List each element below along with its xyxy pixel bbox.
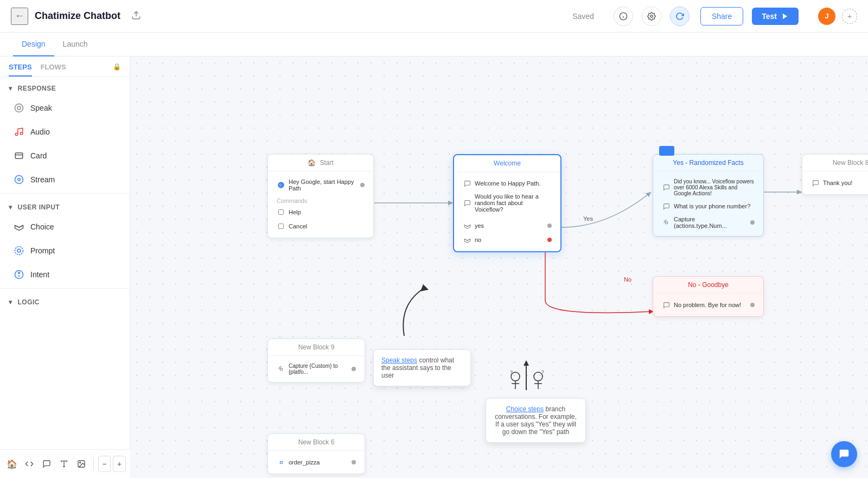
section-user-input[interactable]: User Input xyxy=(0,196,130,214)
canvas[interactable]: Yes No 🏠 Start G Hey Google, start Happy… xyxy=(130,56,868,478)
card-icon xyxy=(13,150,25,162)
welcome-msg1-row[interactable]: Welcome to Happy Path. xyxy=(459,176,555,190)
settings-button[interactable] xyxy=(642,7,661,26)
sidebar-scroll: Response Speak Audio Card xyxy=(0,77,130,478)
upload-icon[interactable] xyxy=(131,10,141,22)
welcome-yes-row[interactable]: yes xyxy=(459,219,555,233)
no-bye-row[interactable]: No problem. Bye for now! xyxy=(659,298,758,312)
lock-icon: 🔒 xyxy=(113,63,121,77)
code-tool-button[interactable] xyxy=(22,454,37,474)
yes-block-content: Did you know... Voiceflow powers over 60… xyxy=(653,171,763,236)
svg-point-17 xyxy=(18,272,20,274)
svg-point-6 xyxy=(15,104,23,112)
svg-text:Yes: Yes xyxy=(583,215,593,222)
svg-point-29 xyxy=(280,368,282,370)
new-block-6-content: order_pizza xyxy=(268,451,365,474)
sidebar-tabs: STEPS FLOWS 🔒 xyxy=(0,56,130,77)
sidebar-item-audio[interactable]: Audio xyxy=(4,120,125,143)
sidebar-item-choice[interactable]: Choice xyxy=(4,215,125,238)
speak-icon xyxy=(13,102,25,114)
commands-label: Commands xyxy=(273,194,368,205)
prompt-icon xyxy=(13,245,25,257)
svg-point-9 xyxy=(20,132,23,135)
yes-block: Yes - Randomized Facts Did you know... V… xyxy=(653,154,764,237)
new-block-9: New Block 9 Capture {Custom} to {platfo.… xyxy=(267,339,365,383)
section-logic[interactable]: Logic xyxy=(0,291,130,309)
toolbar-divider xyxy=(93,457,94,470)
cancel-icon xyxy=(277,222,285,231)
share-button[interactable]: Share xyxy=(700,7,743,26)
svg-point-7 xyxy=(17,106,21,110)
welcome-block-header: Welcome xyxy=(454,155,560,172)
thank-icon xyxy=(811,179,820,187)
choice-tip-link[interactable]: Choice steps xyxy=(506,405,544,413)
welcome-no-row[interactable]: no xyxy=(459,233,555,247)
zoom-in-button[interactable]: + xyxy=(113,456,126,472)
help-cmd-row[interactable]: Help xyxy=(273,205,368,219)
svg-text:?: ? xyxy=(510,369,513,375)
svg-marker-5 xyxy=(783,13,787,19)
help-icon xyxy=(277,208,285,216)
start-block: 🏠 Start G Hey Google, start Happy Path C… xyxy=(267,154,374,238)
avatar[interactable]: J xyxy=(818,8,835,25)
section-response[interactable]: Response xyxy=(0,77,130,95)
sidebar: STEPS FLOWS 🔒 Response Speak A xyxy=(0,56,130,478)
svg-point-8 xyxy=(15,133,18,136)
chat-tool-button[interactable] xyxy=(39,454,54,474)
chevron-down-icon-2 xyxy=(9,203,12,211)
yes-phone-row[interactable]: What is your phone number? xyxy=(659,199,758,213)
order-row[interactable]: order_pizza xyxy=(273,455,359,469)
new-block-9-header: New Block 9 xyxy=(268,339,365,356)
sidebar-item-stream[interactable]: Stream xyxy=(4,168,125,191)
order-dot xyxy=(352,460,356,464)
no-block-content: No problem. Bye for now! xyxy=(653,294,763,316)
image-tool-button[interactable] xyxy=(74,454,89,474)
refresh-button[interactable] xyxy=(670,7,690,26)
new-block-6-header: New Block 6 xyxy=(268,434,365,451)
yes-bookmark xyxy=(659,146,674,156)
chat-fab-button[interactable] xyxy=(831,441,857,467)
svg-rect-26 xyxy=(279,210,284,215)
speak-tip-link[interactable]: Speak steps xyxy=(381,356,417,364)
fact-icon xyxy=(662,183,671,192)
sidebar-item-speak[interactable]: Speak xyxy=(4,97,125,119)
capture-icon-9 xyxy=(277,365,285,373)
svg-point-30 xyxy=(280,461,282,463)
bottom-toolbar: 🏠 − + xyxy=(0,449,130,478)
speech-icon-2 xyxy=(463,199,471,207)
svg-text:G: G xyxy=(279,183,282,187)
yes-capture-row[interactable]: Capture (actions.type.Num... xyxy=(659,213,758,232)
back-button[interactable]: ← xyxy=(11,8,28,25)
google-icon: G xyxy=(277,181,285,189)
yes-block-header: Yes - Randomized Facts xyxy=(653,155,763,171)
yes-fact-row[interactable]: Did you know... Voiceflow powers over 60… xyxy=(659,176,758,199)
audio-icon xyxy=(13,126,25,138)
no-bye-dot xyxy=(750,303,755,307)
speech-icon xyxy=(463,179,471,188)
test-button[interactable]: Test xyxy=(752,8,799,25)
svg-text:No: No xyxy=(624,276,631,283)
info-button[interactable] xyxy=(614,7,633,26)
capture-row-9[interactable]: Capture {Custom} to {platfo... xyxy=(273,360,359,378)
svg-point-13 xyxy=(18,179,21,181)
sidebar-tab-flows[interactable]: FLOWS xyxy=(41,63,66,77)
text-tool-button[interactable] xyxy=(56,454,72,474)
choice-icon xyxy=(13,221,25,233)
zoom-out-button[interactable]: − xyxy=(98,456,111,472)
tab-design[interactable]: Design xyxy=(13,33,54,56)
new-block-8-content: Thank you! xyxy=(802,171,868,194)
sidebar-item-prompt[interactable]: Prompt xyxy=(4,239,125,262)
cancel-cmd-row[interactable]: Cancel xyxy=(273,219,368,233)
sidebar-item-card[interactable]: Card xyxy=(4,144,125,167)
tab-launch[interactable]: Launch xyxy=(54,33,97,56)
welcome-msg2-row[interactable]: Would you like to hear a random fact abo… xyxy=(459,190,555,215)
home-tool-button[interactable]: 🏠 xyxy=(4,454,20,474)
capture-dot-9 xyxy=(352,367,356,371)
app-header: ← Chatimize Chatbot Saved Share Test J + xyxy=(0,0,868,33)
svg-rect-10 xyxy=(15,153,23,159)
thank-row[interactable]: Thank you! xyxy=(808,176,868,190)
add-workspace-button[interactable]: + xyxy=(842,9,857,24)
sidebar-item-intent[interactable]: Intent xyxy=(4,263,125,286)
start-google-row[interactable]: G Hey Google, start Happy Path xyxy=(273,176,368,194)
sidebar-tab-steps[interactable]: STEPS xyxy=(9,63,32,77)
